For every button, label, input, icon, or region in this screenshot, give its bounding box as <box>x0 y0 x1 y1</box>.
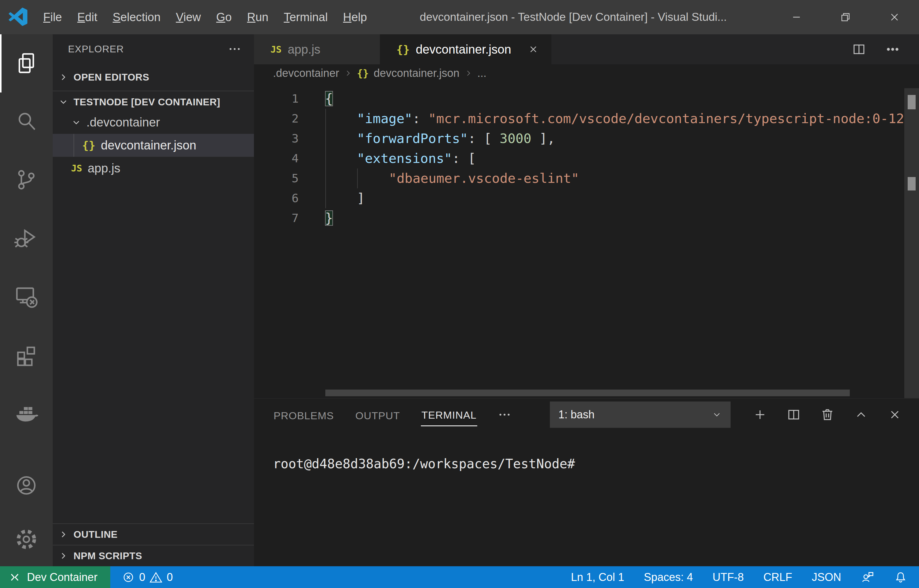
editor-more-actions-icon[interactable] <box>885 42 900 57</box>
eol-sequence[interactable]: CRLF <box>763 571 792 584</box>
npm-scripts-label: NPM SCRIPTS <box>74 550 142 562</box>
code-line-2: 2 "image": "mcr.microsoft.com/vscode/dev… <box>254 109 904 129</box>
code-line-7: 7 } <box>254 208 904 228</box>
maximize-panel-icon[interactable] <box>854 407 869 422</box>
run-debug-icon <box>15 226 38 250</box>
code-line-3: 3 "forwardPorts": [ 3000 ], <box>254 129 904 149</box>
encoding[interactable]: UTF-8 <box>712 571 744 584</box>
json-braces-icon: {} <box>82 139 95 152</box>
tree-item-devcontainer-json[interactable]: {} devcontainer.json <box>53 134 254 157</box>
section-open-editors[interactable]: OPEN EDITORS <box>53 64 254 91</box>
activity-docker[interactable] <box>0 383 53 442</box>
menu-go[interactable]: Go <box>208 6 239 28</box>
minimize-button[interactable] <box>772 0 821 34</box>
json-braces-icon: {} <box>357 67 369 79</box>
language-mode[interactable]: JSON <box>812 571 841 584</box>
restore-button[interactable] <box>821 0 870 34</box>
menu-edit[interactable]: Edit <box>69 6 105 28</box>
close-tab-icon[interactable] <box>528 44 539 55</box>
source-control-icon <box>15 168 38 192</box>
horizontal-scrollbar[interactable] <box>325 389 850 396</box>
json-braces-icon: {} <box>396 43 410 56</box>
scrollbar-marker <box>908 177 916 191</box>
line-number: 1 <box>254 89 299 109</box>
problems-summary[interactable]: 0 0 <box>122 571 173 584</box>
account-icon <box>15 473 38 498</box>
sidebar-more-actions-icon[interactable] <box>228 42 242 56</box>
indentation[interactable]: Spaces: 4 <box>644 571 693 584</box>
menu-terminal[interactable]: Terminal <box>276 6 336 28</box>
breadcrumb-more[interactable]: ... <box>477 67 486 80</box>
close-panel-icon[interactable] <box>887 407 902 422</box>
bottom-panel: PROBLEMS OUTPUT TERMINAL 1: bash root@d4… <box>254 398 919 566</box>
editor-actions <box>851 34 919 64</box>
feedback-icon[interactable] <box>861 570 874 584</box>
activity-settings[interactable] <box>0 512 53 566</box>
bell-icon[interactable] <box>894 570 908 584</box>
chevron-down-icon <box>58 97 69 107</box>
remote-explorer-icon <box>15 284 38 308</box>
section-workspace[interactable]: TESTNODE [DEV CONTAINER] <box>53 93 254 111</box>
js-icon: JS <box>270 44 281 55</box>
code-editor[interactable]: 1 { 2 "image": "mcr.microsoft.com/vscode… <box>254 82 919 398</box>
breadcrumb-folder[interactable]: .devcontainer <box>273 67 339 80</box>
tab-output[interactable]: OUTPUT <box>355 404 401 426</box>
tab-label: app.js <box>287 42 320 57</box>
sidebar-bottom-sections: OUTLINE NPM SCRIPTS <box>53 523 254 566</box>
activity-explorer[interactable] <box>0 34 53 92</box>
editor-group: JS app.js {} devcontainer.json .devconta… <box>254 34 919 566</box>
window-controls <box>772 0 919 34</box>
menu-run[interactable]: Run <box>239 6 276 28</box>
warning-count: 0 <box>166 571 173 584</box>
line-number: 4 <box>254 149 299 168</box>
new-terminal-icon[interactable] <box>753 407 767 422</box>
activity-remote-explorer[interactable] <box>0 267 53 325</box>
chevron-right-icon <box>58 72 69 82</box>
chevron-down-icon <box>712 409 722 420</box>
line-number: 7 <box>254 208 299 228</box>
activity-source-control[interactable] <box>0 151 53 209</box>
line-number: 6 <box>254 188 299 208</box>
settings-gear-icon <box>15 527 38 551</box>
remote-label: Dev Container <box>27 571 97 584</box>
section-outline[interactable]: OUTLINE <box>53 523 254 545</box>
activity-bar <box>0 34 53 566</box>
tab-problems[interactable]: PROBLEMS <box>273 404 334 426</box>
menu-selection[interactable]: Selection <box>105 6 168 28</box>
terminal-select[interactable]: 1: bash <box>550 402 731 428</box>
tab-app-js[interactable]: JS app.js <box>254 34 380 64</box>
breadcrumb-file[interactable]: devcontainer.json <box>374 67 460 80</box>
tab-bar: JS app.js {} devcontainer.json <box>254 34 919 64</box>
chevron-right-icon <box>58 551 69 561</box>
cursor-position[interactable]: Ln 1, Col 1 <box>571 571 624 584</box>
vertical-scrollbar[interactable] <box>904 88 919 398</box>
tree-item-devcontainer-folder[interactable]: .devcontainer <box>53 111 254 134</box>
terminal-prompt[interactable]: root@d48e8d38ab69:/workspaces/TestNode# <box>273 456 575 471</box>
tree-item-app-js[interactable]: JS app.js <box>53 157 254 180</box>
sidebar-title: EXPLORER <box>68 44 124 55</box>
activity-account[interactable] <box>0 459 53 512</box>
remote-icon <box>8 570 21 584</box>
tab-terminal[interactable]: TERMINAL <box>421 403 477 426</box>
code-line-6: 6 ] <box>254 188 904 208</box>
split-terminal-icon[interactable] <box>787 407 801 422</box>
menu-view[interactable]: View <box>168 6 208 28</box>
code-line-5: 5 "dbaeumer.vscode-eslint" <box>254 168 904 188</box>
split-editor-icon[interactable] <box>851 42 866 57</box>
activity-run-debug[interactable] <box>0 209 53 267</box>
activity-search[interactable] <box>0 92 53 151</box>
panel-more-tabs-icon[interactable] <box>497 408 512 422</box>
section-npm-scripts[interactable]: NPM SCRIPTS <box>53 545 254 566</box>
chevron-right-icon <box>58 529 69 540</box>
terminal-select-value: 1: bash <box>559 408 594 421</box>
menu-help[interactable]: Help <box>336 6 375 28</box>
title-bar: File Edit Selection View Go Run Terminal… <box>0 0 919 34</box>
panel-header: PROBLEMS OUTPUT TERMINAL 1: bash <box>254 399 919 431</box>
menu-file[interactable]: File <box>36 6 69 28</box>
activity-extensions[interactable] <box>0 325 53 383</box>
remote-indicator[interactable]: Dev Container <box>0 566 110 588</box>
sidebar-explorer: EXPLORER OPEN EDITORS TESTNODE [DEV CONT… <box>53 34 254 566</box>
close-window-button[interactable] <box>870 0 919 34</box>
kill-terminal-icon[interactable] <box>820 407 835 422</box>
tab-devcontainer-json[interactable]: {} devcontainer.json <box>380 34 551 64</box>
